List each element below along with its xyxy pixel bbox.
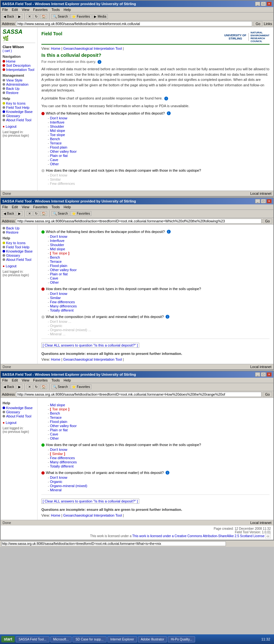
w3-q3-info-icon[interactable]: i (166, 471, 169, 475)
breadcrumb-home[interactable]: Home (51, 47, 60, 50)
search-button-3[interactable]: 🔍 Search (51, 384, 69, 389)
favorites-button[interactable]: ⭐ Favorites (70, 14, 91, 19)
w3-q3-a2[interactable]: - Organo-mineral (mixed) (48, 484, 270, 488)
forward-button-2[interactable]: ▶ (17, 211, 22, 216)
w2-view-interp[interactable]: Geoarchaeological Interpretation Tool (63, 357, 122, 361)
w3-q2-a1[interactable]: - [ Similar ] (48, 452, 270, 456)
menu3-help[interactable]: Help (64, 378, 71, 382)
w3-p-a1[interactable]: - [ Toe slope ] (48, 407, 270, 411)
q1-a3[interactable]: - Mid slope (48, 129, 270, 133)
q1-a2[interactable]: - Shoulder (48, 125, 270, 128)
address-input-3[interactable] (16, 392, 261, 397)
w3-q2-a3[interactable]: - Many differences (48, 460, 270, 464)
w2-q1-info-icon[interactable]: i (167, 230, 171, 234)
w2-q1-a5[interactable]: - Bench (48, 255, 270, 259)
q1-info-icon[interactable]: i (167, 111, 171, 115)
w2-q2-a2[interactable]: - Few differences (48, 300, 270, 304)
close-button-1[interactable]: ✕ (267, 2, 272, 6)
w3-q2-a0[interactable]: - Don't know (48, 448, 270, 451)
home-button-3[interactable]: 🏠 (40, 384, 47, 389)
menu-help[interactable]: Help (64, 8, 71, 12)
w2-q3-info-icon[interactable]: i (166, 315, 169, 319)
q1-a8[interactable]: - Other valley floor (48, 150, 270, 153)
w3-p-a7[interactable]: - Cave (48, 432, 270, 436)
w2-q2-a0[interactable]: - Don't know (48, 292, 270, 296)
home-button-2[interactable]: 🏠 (40, 211, 47, 216)
q1-a0[interactable]: - Don't know (48, 116, 270, 120)
w3-p-a8[interactable]: - Other (48, 436, 270, 440)
w3-p-a6[interactable]: - Plain or flat (48, 428, 270, 432)
w2-q2-a4[interactable]: - Totally different (48, 308, 270, 312)
w3-p-a4[interactable]: - Flood plain (48, 420, 270, 424)
w2-q1-a9[interactable]: - Plain or flat (48, 272, 270, 276)
w3-q2-a4[interactable]: - Totally different (48, 464, 270, 468)
mgmt-admin[interactable]: Administration (3, 82, 35, 86)
w2-q1-a0[interactable]: - Don't know (48, 235, 270, 238)
address-input-1[interactable] (16, 21, 252, 26)
q2-a0[interactable]: - Don't know (48, 173, 270, 177)
s2-logout-link[interactable]: ● Logout (3, 264, 35, 268)
menu-view[interactable]: View (22, 8, 30, 12)
stop-button-3[interactable]: ✕ (27, 384, 32, 389)
q1-a11[interactable]: - Other (48, 162, 270, 166)
q1-a7[interactable]: - Flood plain (48, 145, 270, 149)
q1-a4[interactable]: - Toe slope (48, 133, 270, 137)
s3-logout-link[interactable]: ● Logout (3, 421, 35, 425)
forward-button[interactable]: ▶ (17, 14, 22, 19)
bottom-address-input[interactable] (1, 541, 226, 546)
w3-q3-a1[interactable]: - Organic (48, 480, 270, 484)
w2-q1-a11[interactable]: - Other (48, 280, 270, 284)
s3-glossary[interactable]: Glossary (3, 410, 35, 414)
info-icon-query[interactable]: i (98, 60, 101, 64)
maximize-button-3[interactable]: □ (261, 372, 266, 377)
w3-clear-link[interactable]: [ Clear ALL answers to question "Is this… (41, 499, 139, 504)
w3-q3-a3[interactable]: - Mineral (48, 488, 270, 492)
w2-q3-a3[interactable]: - Mineral ... (48, 332, 270, 336)
favorites-button-3[interactable]: ⭐ Favorites (70, 384, 91, 389)
s2-backup[interactable]: Back Up (3, 226, 35, 230)
w3-view-interp[interactable]: Geoarchaeological Interpretation Tool (63, 513, 122, 517)
close-button-2[interactable]: ✕ (267, 199, 272, 203)
w2-q1-a10[interactable]: - Cave (48, 276, 270, 280)
q1-a9[interactable]: - Plain or flat (48, 154, 270, 158)
menu3-file[interactable]: File (2, 378, 8, 382)
logout-link[interactable]: ● Logout (3, 125, 35, 128)
w3-p-a0[interactable]: - Mid slope (48, 403, 270, 407)
w2-q1-a1[interactable]: - Interfluve (48, 239, 270, 243)
menu2-file[interactable]: File (2, 205, 8, 209)
q1-a5[interactable]: - Bench (48, 137, 270, 141)
back-button-2[interactable]: ◀ Back (2, 211, 16, 216)
w2-q1-a2[interactable]: - Shoulder (48, 243, 270, 247)
stop-button[interactable]: ✕ (27, 14, 32, 19)
w3-q2-a2[interactable]: - Few differences (48, 456, 270, 460)
w2-q3-a0[interactable]: - Don't know ... (48, 320, 270, 323)
w3-view-home[interactable]: Home (51, 513, 60, 517)
cc-license-link[interactable]: This work is licensed under a Creative C… (132, 534, 264, 538)
w3-p-a5[interactable]: - Other valley floor (48, 424, 270, 428)
stop-button-2[interactable]: ✕ (27, 211, 32, 216)
forward-button-3[interactable]: ▶ (17, 384, 22, 389)
menu2-tools[interactable]: Tools (52, 205, 60, 209)
go-button[interactable]: Go (253, 21, 263, 26)
w2-q1-a7[interactable]: - Flood plain (48, 264, 270, 268)
nav-home[interactable]: Home (3, 59, 35, 63)
q2-a2[interactable]: - Few differences (48, 182, 270, 185)
w2-clear-link[interactable]: [ Clear ALL answers to question "Is this… (41, 343, 139, 348)
mgmt-restore[interactable]: Restore (3, 91, 35, 95)
go-button-3[interactable]: Go (263, 392, 272, 397)
q1-a6[interactable]: - Terrace (48, 141, 270, 145)
address-input-2[interactable] (16, 219, 261, 224)
refresh-button-3[interactable]: ↻ (33, 384, 39, 389)
q1-a1[interactable]: - Interfluve (48, 120, 270, 124)
help-about[interactable]: About Field Tool (3, 118, 35, 122)
mgmt-view-style[interactable]: View Style (3, 78, 35, 82)
w3-q3-a0[interactable]: - Don't know (48, 476, 270, 479)
back-button[interactable]: ◀ Back (2, 14, 16, 19)
menu3-tools[interactable]: Tools (52, 378, 60, 382)
minimize-button-2[interactable]: _ (255, 199, 260, 203)
breadcrumb-interp[interactable]: Geoarchaeological Interpretation Tool (63, 47, 122, 50)
minimize-button-1[interactable]: _ (255, 2, 260, 6)
help-glossary[interactable]: Glossary (3, 114, 35, 118)
w2-q1-a4[interactable]: - [ Toe slope ] (48, 251, 270, 255)
s2-knowledge[interactable]: Knowledge Base (3, 249, 35, 253)
